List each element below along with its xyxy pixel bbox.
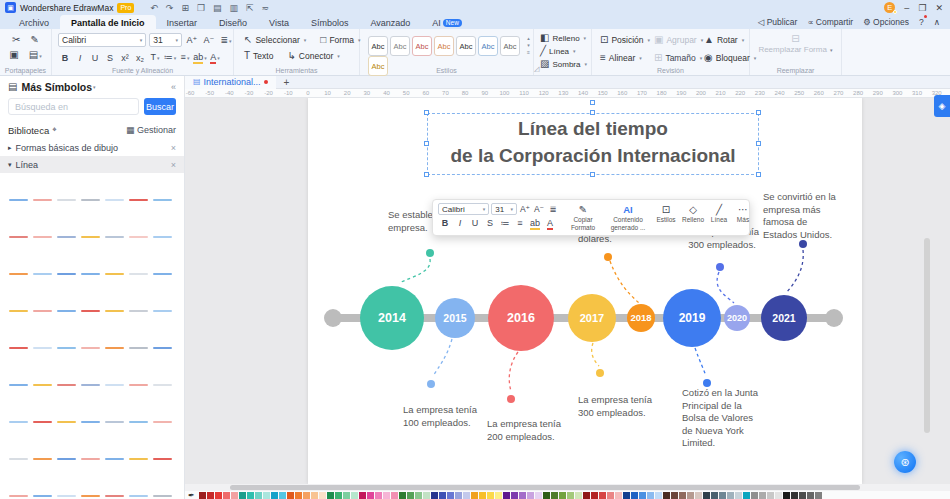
help-button[interactable]: ?	[919, 17, 924, 27]
shape-tool-button[interactable]: □Forma▾	[320, 34, 360, 46]
line-symbol[interactable]	[126, 440, 150, 477]
palette-color[interactable]	[711, 492, 718, 499]
format-panel-toggle-button[interactable]: ◈	[934, 95, 950, 117]
line-symbol[interactable]	[30, 181, 54, 218]
palette-color[interactable]	[655, 492, 662, 499]
format--button[interactable]: ≡	[513, 217, 527, 229]
line-symbol[interactable]	[102, 440, 126, 477]
symbol-search-input[interactable]	[8, 98, 139, 115]
palette-color[interactable]	[671, 492, 678, 499]
floating-font-grow-button[interactable]: A⁺	[519, 203, 531, 215]
rotate-button[interactable]: ▲Rotar▾	[704, 34, 756, 46]
palette-color[interactable]	[591, 492, 598, 499]
line-symbol[interactable]	[102, 181, 126, 218]
palette-color[interactable]	[695, 492, 702, 499]
line-symbol[interactable]	[6, 218, 30, 255]
sidebar-collapse-button[interactable]: «	[171, 82, 176, 92]
palette-color[interactable]	[255, 492, 262, 499]
minimize-button[interactable]: –	[904, 3, 909, 13]
select-tool-button[interactable]: ↖Seleccionar▾	[244, 34, 306, 46]
selection-handle[interactable]	[424, 141, 429, 146]
connector-line[interactable]	[717, 272, 734, 303]
styles-button[interactable]: ⊡Estilos	[653, 200, 679, 235]
palette-color[interactable]	[415, 492, 422, 499]
style-preset-1[interactable]: Abc	[368, 36, 388, 56]
collapse-ribbon-button[interactable]: ∧	[934, 17, 940, 27]
line-symbol[interactable]	[54, 366, 78, 403]
palette-color[interactable]	[375, 492, 382, 499]
format-s-button[interactable]: S	[103, 52, 117, 64]
close-button[interactable]: ✕	[935, 3, 943, 13]
align-button[interactable]: ≡Alinear▾	[600, 52, 650, 64]
publish-button[interactable]: ◁ Publicar	[758, 17, 798, 27]
line-symbol[interactable]	[102, 477, 126, 499]
palette-color[interactable]	[439, 492, 446, 499]
format-a-button[interactable]: A	[543, 217, 557, 229]
new-document-icon[interactable]: ⊞	[181, 3, 189, 13]
palette-color[interactable]	[775, 492, 782, 499]
maximize-button[interactable]: ❐	[918, 3, 926, 13]
palette-color[interactable]	[791, 492, 798, 499]
manage-library-button[interactable]: ▦ Gestionar	[126, 125, 176, 135]
export-icon[interactable]: ⇱	[246, 3, 254, 13]
line-symbol[interactable]	[30, 366, 54, 403]
palette-color[interactable]	[319, 492, 326, 499]
line-symbol[interactable]	[6, 181, 30, 218]
line-symbol[interactable]	[126, 329, 150, 366]
save-icon[interactable]: ▤	[213, 3, 222, 13]
palette-color[interactable]	[815, 492, 822, 499]
style-gallery-scroll[interactable]: ▴▾≡	[527, 35, 530, 55]
close-section-icon[interactable]: ×	[171, 160, 176, 170]
palette-color[interactable]	[535, 492, 542, 499]
fill-menu-button[interactable]: ◧Relleno▾	[540, 32, 591, 44]
format--button[interactable]: ≔▾	[163, 51, 177, 64]
line-symbol[interactable]	[126, 477, 150, 499]
format-a-button[interactable]: A▾	[208, 51, 222, 64]
palette-color[interactable]	[311, 492, 318, 499]
palette-color[interactable]	[447, 492, 454, 499]
selection-handle[interactable]	[756, 110, 761, 115]
copy-icon[interactable]: ▣	[9, 49, 18, 62]
palette-color[interactable]	[359, 492, 366, 499]
line-symbol[interactable]	[6, 440, 30, 477]
timeline-annotation[interactable]: Cotizó en la Junta Principal de la Bolsa…	[682, 387, 764, 450]
horizontal-scrollbar[interactable]	[185, 484, 950, 491]
ai-content-button[interactable]: AIContenido generado ...	[603, 200, 653, 235]
line-symbol[interactable]	[6, 477, 30, 499]
line-symbol[interactable]	[102, 255, 126, 292]
style-preset-5[interactable]: Abc	[456, 36, 476, 56]
open-icon[interactable]: ❐	[197, 3, 205, 13]
line-symbol[interactable]	[102, 366, 126, 403]
palette-color[interactable]	[543, 492, 550, 499]
pen-color-icon[interactable]: ✒	[188, 491, 195, 499]
timeline-annotation[interactable]: La empresa tenía 300 empleados.	[578, 394, 668, 419]
palette-color[interactable]	[767, 492, 774, 499]
paste-icon[interactable]: ▤▾	[29, 49, 42, 62]
palette-color[interactable]	[679, 492, 686, 499]
line-symbol[interactable]	[6, 403, 30, 440]
palette-color[interactable]	[799, 492, 806, 499]
format--button[interactable]: ≡▾	[178, 51, 192, 64]
line-symbol[interactable]	[54, 477, 78, 499]
style-preset-4[interactable]: Abc	[434, 36, 454, 56]
palette-color[interactable]	[263, 492, 270, 499]
selection-handle[interactable]	[756, 172, 761, 177]
palette-color[interactable]	[287, 492, 294, 499]
line-symbol[interactable]	[102, 403, 126, 440]
line-symbol[interactable]	[30, 403, 54, 440]
lock-button[interactable]: ◉Bloquear▾	[704, 52, 756, 64]
close-section-icon[interactable]: ×	[171, 143, 176, 153]
line-symbol[interactable]	[54, 218, 78, 255]
rotation-handle[interactable]	[590, 100, 595, 105]
font-family-select[interactable]: Calibri▾	[58, 33, 146, 47]
palette-color[interactable]	[279, 492, 286, 499]
timeline-annotation[interactable]: La empresa tenía 100 empleados.	[403, 404, 493, 429]
connector-dot[interactable]	[799, 240, 807, 248]
palette-color[interactable]	[231, 492, 238, 499]
floating-font-shrink-button[interactable]: A⁻	[533, 203, 545, 215]
diagram-title[interactable]: Línea del tiempo de la Corporación Inter…	[427, 115, 759, 169]
font-shrink-button[interactable]: A⁻	[202, 34, 216, 46]
line-symbol[interactable]	[54, 181, 78, 218]
palette-color[interactable]	[487, 492, 494, 499]
selection-handle[interactable]	[756, 141, 761, 146]
